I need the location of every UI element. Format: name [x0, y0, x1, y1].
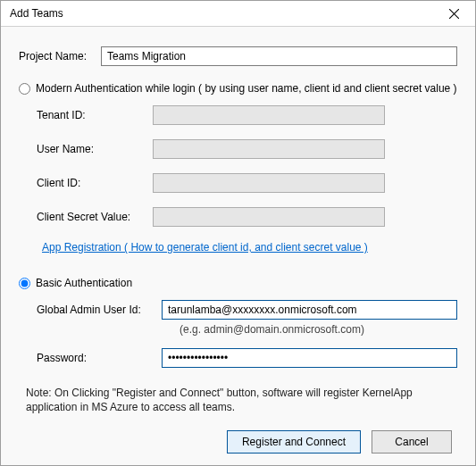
modern-auth-radio-row: Modern Authentication while login ( by u…: [19, 82, 457, 95]
password-input[interactable]: [162, 348, 457, 368]
project-name-row: Project Name:: [19, 46, 457, 66]
basic-auth-section: Global Admin User Id: (e.g. admin@domain…: [19, 300, 457, 379]
basic-auth-radio-label[interactable]: Basic Authentication: [36, 277, 132, 289]
dialog-body: Project Name: Modern Authentication whil…: [1, 27, 475, 466]
cancel-button[interactable]: Cancel: [372, 430, 452, 454]
user-name-label: User Name:: [37, 143, 153, 155]
modern-auth-radio-label[interactable]: Modern Authentication while login ( by u…: [36, 82, 457, 95]
project-name-label: Project Name:: [19, 50, 101, 62]
modern-auth-radio[interactable]: [19, 83, 30, 95]
app-registration-link[interactable]: App Registration ( How to generate clien…: [42, 241, 368, 254]
client-id-label: Client ID:: [37, 177, 153, 189]
project-name-input[interactable]: [101, 46, 457, 66]
modern-auth-section: Tenant ID: User Name: Client ID: Client …: [19, 105, 457, 264]
global-admin-hint: (e.g. admin@domain.onmicrosoft.com): [180, 323, 457, 336]
titlebar: Add Teams: [1, 1, 475, 27]
basic-auth-radio-row: Basic Authentication: [19, 277, 457, 289]
window-title: Add Teams: [10, 7, 436, 20]
client-id-input: [153, 173, 385, 193]
client-secret-input: [153, 207, 385, 227]
footer-note: Note: On Clicking "Register and Connect"…: [26, 386, 450, 414]
tenant-id-input: [153, 105, 385, 125]
basic-auth-radio[interactable]: [19, 278, 30, 289]
tenant-id-label: Tenant ID:: [37, 109, 153, 121]
global-admin-input[interactable]: [162, 300, 457, 320]
user-name-input: [153, 139, 385, 159]
close-button[interactable]: [436, 1, 472, 26]
password-label: Password:: [37, 352, 162, 364]
add-teams-dialog: Add Teams Project Name: Modern Authentic…: [0, 0, 476, 466]
global-admin-label: Global Admin User Id:: [37, 304, 162, 316]
client-secret-label: Client Secret Value:: [37, 211, 153, 223]
close-icon: [449, 9, 459, 19]
register-connect-button[interactable]: Register and Connect: [227, 430, 361, 454]
dialog-buttons: Register and Connect Cancel: [19, 430, 457, 457]
